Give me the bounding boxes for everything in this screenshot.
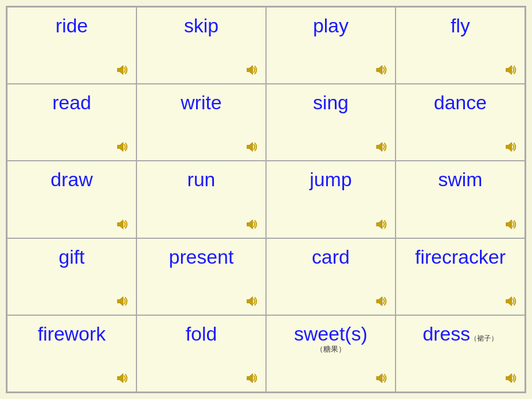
word-label: card: [272, 243, 389, 268]
grid-cell-0: ride: [7, 7, 136, 84]
svg-marker-8: [117, 220, 123, 229]
svg-marker-14: [376, 297, 382, 306]
speaker-icon: [246, 64, 260, 76]
speaker-button[interactable]: [505, 64, 519, 79]
word-label: sweet(s)（糖果）: [272, 320, 389, 353]
speaker-icon: [375, 295, 389, 307]
speaker-icon: [116, 295, 130, 307]
word-label: firework: [13, 320, 130, 345]
grid-cell-3: fly: [396, 7, 525, 84]
speaker-button[interactable]: [375, 64, 389, 79]
speaker-button[interactable]: [116, 219, 130, 233]
svg-marker-6: [376, 142, 382, 152]
word-label: jump: [272, 166, 389, 191]
speaker-icon: [116, 141, 130, 153]
speaker-button[interactable]: [116, 141, 130, 156]
speaker-button[interactable]: [246, 141, 260, 156]
grid-cell-4: read: [7, 84, 136, 161]
speaker-button[interactable]: [375, 295, 389, 310]
svg-marker-10: [376, 220, 382, 229]
word-label: ride: [13, 12, 130, 37]
speaker-icon: [246, 219, 260, 230]
svg-marker-4: [117, 142, 123, 152]
word-label: gift: [13, 243, 130, 268]
word-label: present: [143, 243, 260, 268]
svg-marker-0: [117, 65, 123, 75]
speaker-icon: [505, 64, 519, 76]
svg-marker-19: [506, 374, 512, 383]
word-label: dance: [402, 89, 519, 114]
speaker-icon: [375, 64, 389, 76]
word-grid: ride skip play fly read write sing dance…: [6, 6, 526, 393]
speaker-icon: [375, 372, 389, 384]
grid-cell-19: dress（裙子）: [396, 315, 525, 392]
speaker-button[interactable]: [505, 372, 519, 387]
speaker-button[interactable]: [375, 372, 389, 387]
svg-marker-12: [117, 297, 123, 306]
grid-cell-1: skip: [136, 7, 266, 84]
grid-cell-12: gift: [7, 238, 136, 315]
word-label: draw: [13, 166, 130, 191]
svg-marker-16: [117, 374, 123, 383]
grid-cell-8: draw: [7, 161, 136, 238]
grid-cell-6: sing: [266, 84, 396, 161]
word-label: fly: [402, 12, 519, 37]
grid-cell-9: run: [136, 161, 266, 238]
word-label: write: [143, 89, 260, 114]
svg-marker-18: [376, 374, 382, 383]
speaker-button[interactable]: [246, 295, 260, 310]
speaker-button[interactable]: [375, 219, 389, 233]
grid-cell-16: firework: [7, 315, 136, 392]
grid-cell-17: fold: [136, 315, 266, 392]
svg-marker-2: [376, 65, 382, 75]
word-label: play: [272, 12, 389, 37]
svg-marker-1: [247, 65, 253, 75]
speaker-button[interactable]: [505, 141, 519, 156]
speaker-icon: [505, 141, 519, 153]
word-label: run: [143, 166, 260, 191]
speaker-button[interactable]: [246, 372, 260, 387]
speaker-button[interactable]: [116, 64, 130, 79]
speaker-icon: [116, 219, 130, 230]
svg-marker-5: [247, 142, 253, 152]
word-label: sing: [272, 89, 389, 114]
speaker-button[interactable]: [116, 372, 130, 387]
grid-cell-14: card: [266, 238, 396, 315]
svg-marker-3: [506, 65, 512, 75]
grid-cell-5: write: [136, 84, 266, 161]
speaker-icon: [505, 219, 519, 230]
speaker-icon: [505, 372, 519, 384]
grid-cell-7: dance: [396, 84, 525, 161]
grid-cell-10: jump: [266, 161, 396, 238]
speaker-button[interactable]: [505, 219, 519, 233]
word-subtitle: （裙子）: [470, 334, 498, 342]
svg-marker-15: [506, 297, 512, 306]
svg-marker-13: [247, 297, 253, 306]
speaker-icon: [116, 64, 130, 76]
word-label: fold: [143, 320, 260, 345]
speaker-button[interactable]: [246, 64, 260, 79]
speaker-button[interactable]: [246, 219, 260, 233]
grid-cell-15: firecracker: [396, 238, 525, 315]
grid-cell-11: swim: [396, 161, 525, 238]
svg-marker-9: [247, 220, 253, 229]
speaker-button[interactable]: [505, 295, 519, 310]
speaker-icon: [246, 372, 260, 384]
speaker-icon: [246, 141, 260, 153]
grid-cell-13: present: [136, 238, 266, 315]
grid-cell-18: sweet(s)（糖果）: [266, 315, 396, 392]
word-label: swim: [402, 166, 519, 191]
speaker-button[interactable]: [116, 295, 130, 310]
word-label: read: [13, 89, 130, 114]
word-subtitle: （糖果）: [272, 345, 389, 353]
svg-marker-17: [247, 374, 253, 383]
word-label: dress（裙子）: [402, 320, 519, 345]
word-label: skip: [143, 12, 260, 37]
speaker-icon: [375, 219, 389, 230]
speaker-icon: [505, 295, 519, 307]
grid-cell-2: play: [266, 7, 396, 84]
svg-marker-7: [506, 142, 512, 152]
speaker-button[interactable]: [375, 141, 389, 156]
speaker-icon: [246, 295, 260, 307]
speaker-icon: [375, 141, 389, 153]
